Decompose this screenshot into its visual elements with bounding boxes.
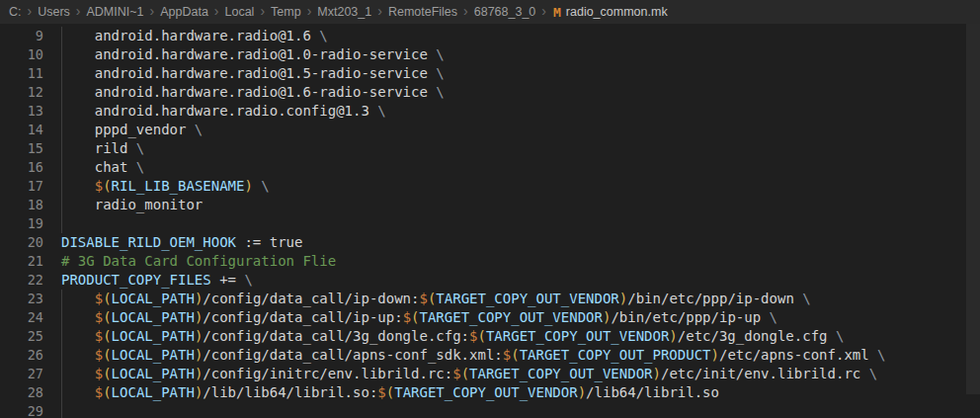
scrollbar-slider[interactable]: [966, 24, 980, 394]
chevron-right-icon: ›: [541, 4, 546, 18]
code-line[interactable]: 10 android.hardware.radio@1.0-radio-serv…: [0, 45, 980, 64]
code-line[interactable]: 16 chat \: [0, 158, 980, 177]
code-token: $: [95, 309, 103, 325]
line-number[interactable]: 29: [0, 402, 43, 418]
code-line-content[interactable]: android.hardware.radio@1.0-radio-service…: [61, 45, 980, 64]
line-number[interactable]: 26: [0, 346, 43, 365]
code-line-content[interactable]: pppd_vendor \: [61, 121, 980, 139]
line-number[interactable]: 9: [0, 27, 43, 45]
code-line[interactable]: 15 rild \: [0, 139, 980, 158]
code-line[interactable]: 27 $(LOCAL_PATH)/config/initrc/env.libri…: [0, 365, 980, 383]
chevron-right-icon: ›: [260, 4, 265, 18]
code-editor[interactable]: 9 android.hardware.radio@1.6 \10 android…: [0, 24, 980, 418]
code-line[interactable]: 18 radio_monitor: [0, 196, 980, 214]
code-line[interactable]: 19: [0, 214, 980, 233]
code-line-content[interactable]: android.hardware.radio@1.6-radio-service…: [61, 83, 980, 102]
code-line[interactable]: 25 $(LOCAL_PATH)/config/data_call/3g_don…: [0, 327, 980, 346]
code-token: \: [244, 272, 252, 288]
line-number[interactable]: 17: [0, 177, 43, 196]
code-token: \: [802, 291, 810, 306]
line-number[interactable]: 15: [0, 139, 43, 158]
code-line-content[interactable]: [61, 402, 980, 418]
breadcrumb-segment[interactable]: 68768_3_0: [474, 5, 536, 19]
code-token: (: [103, 328, 111, 344]
code-token: ): [578, 384, 586, 400]
code-line-content[interactable]: DISABLE_RILD_OEM_HOOK := true: [61, 233, 980, 252]
line-number[interactable]: 19: [0, 214, 43, 233]
line-number[interactable]: 12: [0, 83, 43, 102]
code-token: /bin/etc/ppp/ip-down: [627, 291, 802, 306]
line-number[interactable]: 16: [0, 158, 43, 177]
line-number[interactable]: 27: [0, 365, 43, 383]
code-token: \: [136, 140, 144, 156]
line-number[interactable]: 23: [0, 290, 43, 308]
breadcrumb-segment[interactable]: Users: [38, 5, 70, 19]
code-token: LOCAL_PATH: [112, 366, 195, 381]
code-line-content[interactable]: $(LOCAL_PATH)/config/data_call/ip-down:$…: [61, 290, 980, 308]
code-line[interactable]: 28 $(LOCAL_PATH)/lib/lib64/libril.so:$(T…: [0, 383, 980, 402]
line-number[interactable]: 22: [0, 271, 43, 290]
breadcrumb-segment[interactable]: Temp: [271, 5, 301, 19]
breadcrumb-segment[interactable]: Local: [225, 5, 255, 19]
line-number[interactable]: 14: [0, 121, 43, 139]
vertical-scrollbar[interactable]: [966, 24, 980, 418]
code-token: TARGET_COPY_OUT_VENDOR: [394, 384, 577, 400]
breadcrumb-file-name[interactable]: radio_common.mk: [566, 5, 668, 19]
code-line-content[interactable]: android.hardware.radio@1.5-radio-service…: [61, 64, 980, 83]
code-line[interactable]: 9 android.hardware.radio@1.6 \: [0, 27, 980, 45]
chevron-right-icon: ›: [307, 4, 312, 18]
code-line[interactable]: 20DISABLE_RILD_OEM_HOOK := true: [0, 233, 980, 252]
line-number[interactable]: 10: [0, 45, 43, 64]
line-number[interactable]: 11: [0, 64, 43, 83]
code-line[interactable]: 14 pppd_vendor \: [0, 121, 980, 139]
code-line-content[interactable]: rild \: [61, 139, 980, 158]
breadcrumb-segment[interactable]: RemoteFiles: [388, 5, 457, 19]
code-line-content[interactable]: chat \: [61, 158, 980, 177]
code-line[interactable]: 22PRODUCT_COPY_FILES += \: [0, 271, 980, 290]
code-line-content[interactable]: PRODUCT_COPY_FILES += \: [61, 271, 980, 290]
line-number[interactable]: 13: [0, 102, 43, 121]
line-number[interactable]: 20: [0, 233, 43, 252]
code-line-content[interactable]: [61, 214, 980, 233]
code-line[interactable]: 24 $(LOCAL_PATH)/config/data_call/ip-up:…: [0, 308, 980, 327]
code-line[interactable]: 17 $(RIL_LIB_BASENAME) \: [0, 177, 980, 196]
code-line-content[interactable]: # 3G Data Card Configuration Flie: [61, 252, 980, 271]
code-line[interactable]: 13 android.hardware.radio.config@1.3 \: [0, 102, 980, 121]
code-token: $: [419, 291, 427, 306]
code-line-content[interactable]: $(LOCAL_PATH)/config/data_call/ip-up:$(T…: [61, 308, 980, 327]
code-token: /config/data_call/apns-conf_sdk.xml:: [203, 347, 502, 363]
line-number[interactable]: 28: [0, 383, 43, 402]
code-token: /lib/lib64/libril.so:: [203, 384, 377, 400]
code-line[interactable]: 23 $(LOCAL_PATH)/config/data_call/ip-dow…: [0, 290, 980, 308]
code-line-content[interactable]: android.hardware.radio.config@1.3 \: [61, 102, 980, 121]
code-line[interactable]: 21# 3G Data Card Configuration Flie: [0, 252, 980, 271]
code-line[interactable]: 11 android.hardware.radio@1.5-radio-serv…: [0, 64, 980, 83]
code-line[interactable]: 12 android.hardware.radio@1.6-radio-serv…: [0, 83, 980, 102]
code-line-content[interactable]: radio_monitor: [61, 196, 980, 214]
line-number[interactable]: 21: [0, 252, 43, 271]
code-token: android.hardware.radio@1.5-radio-service: [61, 65, 436, 81]
code-token: [61, 291, 95, 306]
code-token: (: [477, 328, 485, 344]
breadcrumb-segment[interactable]: C:: [9, 5, 22, 19]
code-token: TARGET_COPY_OUT_VENDOR: [469, 366, 652, 381]
chevron-right-icon: ›: [377, 4, 382, 18]
code-token: rild: [61, 140, 136, 156]
code-line-content[interactable]: $(LOCAL_PATH)/config/data_call/3g_dongle…: [61, 327, 980, 346]
breadcrumb-segment[interactable]: ADMINI~1: [87, 5, 144, 19]
code-line-content[interactable]: android.hardware.radio@1.6 \: [61, 27, 980, 45]
code-line[interactable]: 29: [0, 402, 980, 418]
line-number[interactable]: 24: [0, 308, 43, 327]
code-line-content[interactable]: $(LOCAL_PATH)/config/initrc/env.librild.…: [61, 365, 980, 383]
breadcrumb-segment[interactable]: Mxt203_1: [317, 5, 371, 19]
breadcrumb: C:›Users›ADMINI~1›AppData›Local›Temp›Mxt…: [0, 0, 980, 24]
code-line[interactable]: 26 $(LOCAL_PATH)/config/data_call/apns-c…: [0, 346, 980, 365]
line-number[interactable]: 25: [0, 327, 43, 346]
code-token: LOCAL_PATH: [112, 309, 195, 325]
code-token: [61, 178, 95, 194]
code-line-content[interactable]: $(LOCAL_PATH)/config/data_call/apns-conf…: [61, 346, 980, 365]
code-line-content[interactable]: $(RIL_LIB_BASENAME) \: [61, 177, 980, 196]
code-line-content[interactable]: $(LOCAL_PATH)/lib/lib64/libril.so:$(TARG…: [61, 383, 980, 402]
breadcrumb-segment[interactable]: AppData: [160, 5, 208, 19]
line-number[interactable]: 18: [0, 196, 43, 214]
